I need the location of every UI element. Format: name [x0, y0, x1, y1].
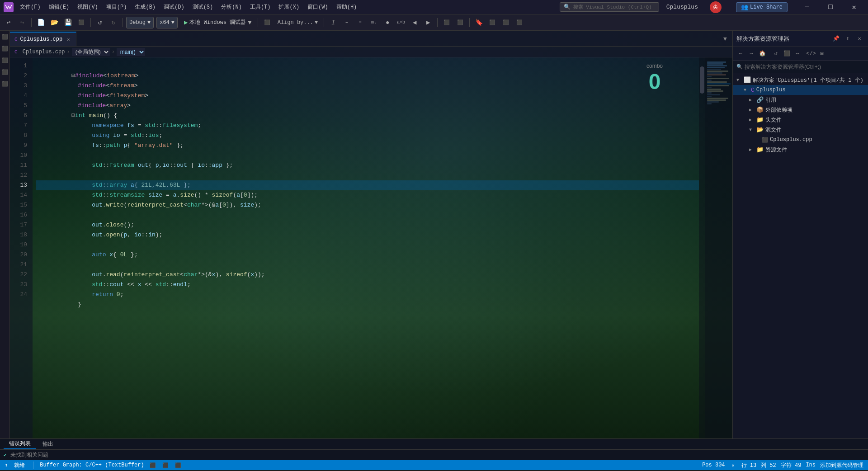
toolbar-btn-eq2[interactable]: ≡	[354, 17, 366, 28]
menu-edit[interactable]: 编辑(E)	[45, 2, 73, 12]
toolbar-btn-arr2[interactable]: ▶	[422, 17, 434, 28]
save-all-button[interactable]: ⬛	[75, 17, 87, 28]
scrollbar-thumb[interactable]	[700, 66, 704, 94]
open-button[interactable]: 📂	[48, 17, 60, 28]
tree-solution-root[interactable]: ▼ ⬜ 解决方案'Cplusplus'(1 个项目/共 1 个)	[733, 75, 868, 85]
menu-help[interactable]: 帮助(H)	[333, 2, 361, 12]
activity-icon-1[interactable]: ⬛	[1, 33, 9, 41]
tab-error-list[interactable]: 错误列表	[4, 439, 36, 449]
tab-output[interactable]: 输出	[37, 439, 59, 449]
se-home-btn[interactable]: 🏠	[757, 49, 767, 59]
se-refresh-btn[interactable]: ↺	[771, 49, 781, 59]
platform-dropdown[interactable]: x64 ▼	[156, 17, 178, 28]
align-btn[interactable]: Align by... ▼	[275, 19, 321, 27]
global-search-box[interactable]: 🔍 搜索 Visual Studio (Ctrl+Q)	[560, 2, 659, 12]
close-button[interactable]: ✕	[844, 0, 864, 14]
activity-icon-3[interactable]: ⬛	[1, 56, 9, 64]
solution-label: 解决方案'Cplusplus'(1 个项目/共 1 个)	[753, 76, 863, 84]
minimize-button[interactable]: ─	[797, 0, 817, 14]
se-forward-btn[interactable]: →	[746, 49, 756, 59]
scope-dropdown[interactable]: (全局范围)	[72, 48, 110, 56]
menu-view[interactable]: 视图(V)	[74, 2, 102, 12]
function-dropdown[interactable]: main()	[117, 48, 145, 56]
menu-tools[interactable]: 工具(T)	[246, 2, 274, 12]
menu-extensions[interactable]: 扩展(X)	[275, 2, 303, 12]
se-stop-btn[interactable]: ⬛	[782, 49, 792, 59]
activity-icon-2[interactable]: ⬛	[1, 44, 9, 52]
code-editor[interactable]: 1 2 3 4 5 6 7 8 9 10 11 12 13 14 15 16 1…	[10, 57, 732, 438]
redo-button[interactable]: ↻	[108, 17, 119, 28]
toolbar-btn-dot[interactable]: ●	[382, 17, 393, 28]
maximize-button[interactable]: □	[820, 0, 841, 14]
menu-build[interactable]: 生成(B)	[131, 2, 159, 12]
activity-icon-5[interactable]: ⬛	[1, 80, 9, 88]
line-num-24: 24	[10, 290, 27, 300]
main-layout: ⬛ ⬛ ⬛ ⬛ ⬛ C Cplusplus.cpp ✕ ▼ C Cplusplu…	[0, 31, 868, 438]
buffer-icon-2[interactable]: ⬛	[161, 461, 170, 469]
line-num-13: 13	[10, 180, 27, 190]
new-file-button[interactable]: 📄	[35, 17, 47, 28]
run-button[interactable]: ▶ 本地 Windows 调试器 ▼	[181, 18, 255, 27]
toolbar-btn-copy[interactable]: ⬛	[441, 17, 453, 28]
se-code-btn[interactable]: </>	[806, 49, 816, 59]
toolbar-btn-ml[interactable]: m.	[368, 17, 380, 28]
live-share-label: Live Share	[750, 4, 783, 10]
notification-badge[interactable]: 尖	[710, 1, 722, 13]
se-sync-btn[interactable]: ↔	[793, 49, 802, 59]
status-indicator-text: 就绪	[12, 462, 27, 469]
bookmark-button[interactable]: ⬛	[261, 17, 273, 28]
back-button[interactable]: ↩	[3, 17, 14, 28]
buffer-icon-1[interactable]: ⬛	[149, 461, 157, 469]
toolbar-btn-eq1[interactable]: =	[341, 17, 353, 28]
menu-test[interactable]: 测试(S)	[189, 2, 217, 12]
se-back-btn[interactable]: ←	[736, 49, 745, 59]
breadcrumb-filename: Cplusplus.cpp	[23, 49, 65, 55]
se-pin-button[interactable]: 📌	[831, 34, 841, 44]
save-button[interactable]: 💾	[62, 17, 74, 28]
toolbar-btn-arr1[interactable]: ◀	[409, 17, 420, 28]
active-tab[interactable]: C Cplusplus.cpp ✕	[10, 32, 76, 46]
config-dropdown-arrow: ▼	[147, 19, 151, 26]
se-panel-btn[interactable]: ⊟	[817, 49, 827, 59]
menu-analyze[interactable]: 分析(N)	[217, 2, 245, 12]
tree-external-deps[interactable]: ▶ 📦 外部依赖项	[733, 105, 868, 115]
line-num-21: 21	[10, 260, 27, 270]
line-num-19: 19	[10, 240, 27, 250]
undo-button[interactable]: ↺	[94, 17, 106, 28]
menu-file[interactable]: 文件(F)	[16, 2, 44, 12]
tree-resource-files[interactable]: ▶ 📁 资源文件	[733, 145, 868, 155]
tab-collapse-button[interactable]: ▼	[720, 33, 731, 44]
tree-source-files[interactable]: ▼ 📂 源文件	[733, 125, 868, 135]
live-share-button[interactable]: 👥 Live Share	[736, 2, 788, 12]
solution-search-input[interactable]	[745, 64, 864, 70]
menu-window[interactable]: 窗口(W)	[304, 2, 332, 12]
toolbar-btn-bookmark2[interactable]: 🔖	[473, 17, 485, 28]
tree-project[interactable]: ▼ C Cplusplus	[733, 85, 868, 95]
tree-references[interactable]: ▶ 🔗 引用	[733, 95, 868, 105]
activity-icon-4[interactable]: ⬛	[1, 68, 9, 76]
line-num-22: 22	[10, 270, 27, 280]
toolbar-btn-bm-prev[interactable]: ⬛	[486, 17, 498, 28]
toolbar-btn-ab[interactable]: a•b	[395, 17, 407, 28]
toolbar-btn-i[interactable]: I	[327, 17, 339, 28]
toolbar-btn-paste[interactable]: ⬛	[454, 17, 466, 28]
menu-project[interactable]: 项目(P)	[103, 2, 131, 12]
menu-debug[interactable]: 调试(D)	[160, 2, 188, 12]
buffer-icon-3[interactable]: ⬛	[174, 461, 182, 469]
close-pos-button[interactable]: ✕	[730, 462, 737, 469]
tree-header-files[interactable]: ▶ 📁 头文件	[733, 115, 868, 125]
toolbar-separator-4	[258, 18, 258, 27]
se-close-button[interactable]: ✕	[854, 34, 864, 44]
se-maximize-button[interactable]: ⬆	[843, 34, 853, 44]
tab-close-button[interactable]: ✕	[65, 36, 71, 42]
config-dropdown[interactable]: Debug ▼	[126, 17, 154, 28]
git-add-label[interactable]: 添加到源代码管理	[820, 462, 863, 469]
code-content[interactable]: ⊟#include<iostream> #include<fstream> #i…	[33, 57, 699, 438]
project-label: Cplusplus	[756, 87, 786, 93]
tree-cpp-file[interactable]: ⬛ Cplusplus.cpp	[733, 135, 868, 145]
toolbar-btn-bm-clear[interactable]: ⬛	[514, 17, 525, 28]
toolbar-btn-bm-next[interactable]: ⬛	[500, 17, 512, 28]
line-num-11: 11	[10, 160, 27, 170]
editor-scrollbar[interactable]	[699, 57, 705, 438]
forward-button[interactable]: ↪	[16, 17, 28, 28]
